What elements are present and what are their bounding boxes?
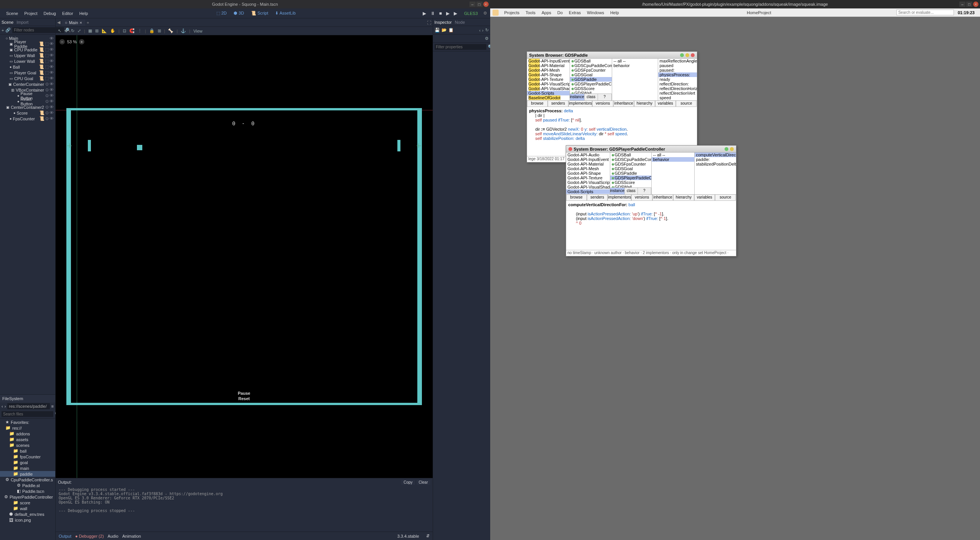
- list-item[interactable]: behavior: [612, 63, 658, 68]
- list-item[interactable]: Godot-API-Texture: [566, 176, 610, 180]
- lock-icon[interactable]: 🔒: [148, 28, 155, 33]
- close-icon[interactable]: ×: [80, 20, 82, 25]
- fs-item[interactable]: ⚙CpuPaddleController.s: [0, 477, 55, 483]
- stop-button[interactable]: ■: [438, 11, 443, 16]
- fs-item[interactable]: 📁wall: [0, 506, 55, 511]
- fs-fwd-icon[interactable]: ›: [5, 404, 6, 409]
- list-item[interactable]: GDSGoal: [570, 72, 612, 77]
- instance-tab[interactable]: instance: [610, 188, 625, 194]
- add-scene-icon[interactable]: +: [87, 20, 89, 25]
- protocol-list[interactable]: -- all --behavior: [612, 59, 658, 100]
- menu-windows[interactable]: Windows: [584, 10, 607, 15]
- implementors-button[interactable]: implementors: [608, 195, 631, 201]
- list-item[interactable]: computeVerticalDirec: [695, 153, 736, 157]
- help-tab[interactable]: ?: [638, 188, 651, 194]
- list-item[interactable]: paused:: [658, 68, 697, 72]
- menu-scene[interactable]: Scene: [3, 11, 21, 16]
- system-browser-2[interactable]: System Browser: GDSPlayerPaddleControlle…: [566, 145, 736, 256]
- inheritance-button[interactable]: inheritance: [613, 101, 634, 107]
- list-item[interactable]: GDSWall: [570, 91, 612, 94]
- fs-item[interactable]: 🖼icon.png: [0, 517, 55, 523]
- list-item[interactable]: Godot-API-Texture: [527, 77, 570, 82]
- load-icon[interactable]: 📂: [441, 28, 447, 33]
- link-icon[interactable]: 🔗: [5, 28, 11, 33]
- list-item[interactable]: Godot-API-Material: [566, 162, 610, 166]
- group-icon[interactable]: ⊞: [157, 28, 162, 33]
- list-item[interactable]: Godot-API-Material: [527, 63, 570, 68]
- settings-icon[interactable]: ⚙: [483, 11, 487, 16]
- class-list[interactable]: GDSBallGDSCpuPaddleContGDSFpsCounterGDSG…: [570, 59, 612, 94]
- list-item[interactable]: Godot-Scripts: [527, 91, 570, 95]
- tool-assetlib[interactable]: ⬇ AssetLib: [273, 10, 298, 16]
- node-tab[interactable]: Node: [455, 20, 465, 25]
- grid-icon[interactable]: ⊡: [122, 28, 127, 33]
- fs-item[interactable]: 📁main: [0, 465, 55, 471]
- help-tab[interactable]: ?: [598, 94, 611, 100]
- back-icon[interactable]: ‹: [479, 28, 481, 33]
- list-item[interactable]: Godot-API-InputEvent: [527, 59, 570, 63]
- inheritance-button[interactable]: inheritance: [652, 195, 673, 201]
- close-button[interactable]: ×: [483, 2, 489, 7]
- tree-node[interactable]: ●FpsCounter📜⊙👁: [0, 116, 55, 121]
- category-list[interactable]: Godot-API-AudioGodot-API-InputEventGodot…: [566, 153, 610, 194]
- browse-button[interactable]: browse: [566, 195, 587, 201]
- list-item[interactable]: Godot-API-VisualScript: [566, 180, 610, 185]
- tree-node[interactable]: ▭Lower Wall📜⬚👁: [0, 58, 55, 64]
- scene-tab[interactable]: Scene: [2, 20, 13, 25]
- magnet-icon[interactable]: 🧲: [128, 28, 135, 33]
- scale-tool-icon[interactable]: ⤢: [77, 28, 82, 33]
- senders-button[interactable]: senders: [587, 195, 608, 201]
- list-item[interactable]: Godot-API-VisualScript: [527, 82, 570, 86]
- menu-project[interactable]: Project: [21, 11, 40, 16]
- red-dot-icon[interactable]: [691, 53, 695, 57]
- menu-projects[interactable]: Projects: [502, 10, 522, 15]
- toggle-panel-icon[interactable]: ⇵: [426, 533, 430, 538]
- list-item[interactable]: behavior: [652, 157, 694, 162]
- list-item[interactable]: GDSCpuPaddleCont: [570, 63, 612, 68]
- list-item[interactable]: GDSBall: [610, 153, 651, 157]
- list-item[interactable]: GDSPaddle: [570, 77, 612, 82]
- squeak-logo-icon[interactable]: [492, 10, 499, 16]
- move-tool-icon[interactable]: ✥: [64, 28, 69, 33]
- zoom-in-icon[interactable]: +: [79, 39, 84, 44]
- tree-node[interactable]: ●Reset Button⊙👁: [0, 98, 55, 104]
- list-item[interactable]: reflectDirection:: [658, 82, 697, 86]
- play-button[interactable]: ▶: [421, 11, 428, 16]
- tree-node[interactable]: ▭CPU Goal📜⬚👁: [0, 76, 55, 81]
- tree-node[interactable]: ▭Player Goal📜⬚👁: [0, 70, 55, 76]
- list-item[interactable]: BaselineOfGodot: [527, 95, 570, 100]
- list-item[interactable]: paddle:: [695, 157, 736, 162]
- output-log[interactable]: --- Debugging process started --- Godot …: [56, 486, 433, 532]
- list-item[interactable]: Godot-API-Audio: [566, 153, 610, 157]
- bottom-tab-animation[interactable]: Animation: [122, 534, 141, 538]
- list-item[interactable]: GDSScore: [570, 86, 612, 91]
- list-item[interactable]: paused: [658, 63, 697, 68]
- list-item[interactable]: stabilizedPositionDelt: [695, 162, 736, 166]
- expand-icon[interactable]: ⛶: [427, 20, 431, 25]
- zoom-level[interactable]: 53 %: [67, 39, 77, 44]
- import-tab[interactable]: Import: [16, 20, 28, 25]
- list-item[interactable]: GDSGoal: [610, 166, 651, 171]
- menu-tools[interactable]: Tools: [523, 10, 538, 15]
- tree-node[interactable]: ▣CenterContainer⊙👁: [0, 81, 55, 87]
- list-item[interactable]: GDSBall: [570, 59, 612, 63]
- fs-item[interactable]: ★Favorites:: [0, 419, 55, 425]
- list-item[interactable]: GDSFpsCounter: [610, 162, 651, 166]
- tree-node[interactable]: ▣CenterContainer2⊙👁: [0, 104, 55, 110]
- green-dot-icon[interactable]: [680, 53, 684, 57]
- list-item[interactable]: physicsProcess:: [658, 72, 697, 77]
- class-tab[interactable]: class: [585, 94, 598, 100]
- bone-icon[interactable]: 🦴: [167, 28, 174, 33]
- snap-tool-icon[interactable]: ⊞: [94, 28, 99, 33]
- zoom-out-icon[interactable]: −: [59, 39, 65, 44]
- implementors-button[interactable]: implementors: [568, 101, 592, 107]
- variables-button[interactable]: variables: [655, 101, 676, 107]
- view-menu[interactable]: View: [193, 29, 203, 33]
- versions-button[interactable]: versions: [592, 101, 613, 107]
- copy-button[interactable]: Copy: [401, 480, 415, 485]
- distraction-free-icon[interactable]: ◀: [57, 20, 60, 25]
- rotate-tool-icon[interactable]: ↻: [70, 28, 75, 33]
- maximize-button[interactable]: □: [476, 2, 483, 7]
- class-list[interactable]: GDSBallGDSCpuPaddleContGDSFpsCounterGDSG…: [610, 153, 651, 187]
- save-icon[interactable]: 💾: [435, 28, 440, 33]
